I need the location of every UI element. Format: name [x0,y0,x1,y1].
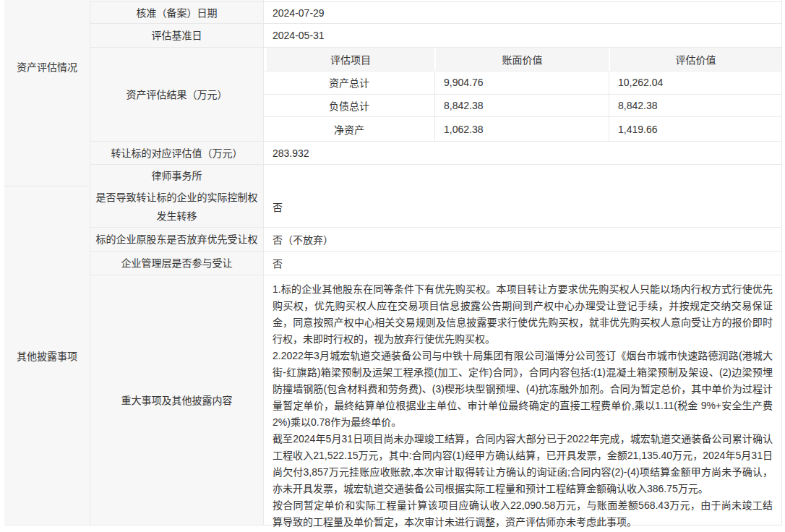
valuation-appraised-value: 1,419.66 [609,117,781,141]
disclosure-paragraph: 按合同暂定单价和实际工程量计算该项目应确认收入22,090.58万元，与账面差额… [273,497,773,531]
field-label-waive-preemptive-right: 标的企业原股东是否放弃优先受让权 [90,228,264,251]
table-row-valuation-base-date: 评估基准日 2024-05-31 [90,24,781,48]
field-value-waive-preemptive-right: 否（不放弃） [264,228,781,251]
table-row-major-matters: 重大事项及其他披露内容 1.标的企业其他股东在同等条件下有优先购买权。本项目转让… [90,275,781,525]
disclosure-paragraph: 2.2022年3月城宏轨道交通装备公司与中铁十局集团有限公司淄博分公司签订《烟台… [273,348,773,431]
group-label-other-disclosures: 其他披露事项 [4,186,90,525]
field-label-approval-date: 核准（备案）日期 [90,2,264,23]
group-label-asset-valuation: 资产评估情况 [4,0,90,186]
field-value-target-appraised-value: 283.932 [264,142,781,164]
disclosure-paragraph: 1.标的企业其他股东在同等条件下有优先购买权。本项目转让方要求优先购买权人只能以… [273,281,773,348]
valuation-book-value: 9,904.76 [434,72,609,94]
field-label-valuation-result: 资产评估结果（万元） [90,48,264,141]
valuation-book-value: 8,842.38 [434,95,609,117]
valuation-appraised-value: 8,842.38 [609,95,781,117]
group-asset-valuation-rows: 核准（备案）日期 2024-07-29 评估基准日 2024-05-31 资产评… [90,0,781,186]
table-row-law-firm: 律师事务所 [90,165,781,186]
group-other-disclosures-rows: 是否导致转让标的企业的实际控制权发生转移 否 标的企业原股东是否放弃优先受让权 … [90,186,781,525]
table-row-approval-date: 核准（备案）日期 2024-07-29 [90,2,781,24]
valuation-header-appraised-value: 评估价值 [609,48,781,71]
table-row-valuation-result: 资产评估结果（万元） 评估项目 账面价值 评估价值 资产总计 9,904.76 [90,48,781,142]
field-value-valuation-base-date: 2024-05-31 [264,24,781,47]
field-label-valuation-base-date: 评估基准日 [90,24,264,47]
field-value-management-participation: 否 [264,252,781,275]
valuation-appraised-value: 10,262.04 [609,72,781,94]
cutoff-value-cell [264,0,781,1]
field-label-major-matters: 重大事项及其他披露内容 [90,275,264,525]
valuation-row-total-liabilities: 负债总计 8,842.38 8,842.38 [264,95,781,118]
field-value-major-matters: 1.标的企业其他股东在同等条件下有优先购买权。本项目转让方要求优先购买权人只能以… [264,275,781,525]
table-row-management-participation: 企业管理层是否参与受让 否 [90,252,781,275]
disclosure-page: 资产评估情况 核准（备案）日期 2024-07-29 评估基准日 2024-05… [0,0,785,532]
valuation-row-total-assets: 资产总计 9,904.76 10,262.04 [264,72,781,95]
field-label-management-participation: 企业管理层是否参与受让 [90,252,264,275]
valuation-book-value: 1,062.38 [434,117,609,141]
field-label-law-firm: 律师事务所 [90,165,264,186]
table-row-control-transfer: 是否导致转让标的企业的实际控制权发生转移 否 [90,186,781,228]
field-label-target-appraised-value: 转让标的对应评估值（万元） [90,142,264,164]
valuation-header-item: 评估项目 [264,48,434,71]
field-value-control-transfer: 否 [264,186,781,227]
field-value-approval-date: 2024-07-29 [264,2,781,23]
valuation-item-label: 负债总计 [264,95,434,117]
valuation-table: 评估项目 账面价值 评估价值 资产总计 9,904.76 10,262.04 负… [264,48,781,141]
valuation-result-cell: 评估项目 账面价值 评估价值 资产总计 9,904.76 10,262.04 负… [264,48,781,141]
disclosure-table: 资产评估情况 核准（备案）日期 2024-07-29 评估基准日 2024-05… [4,0,782,525]
valuation-item-label: 资产总计 [264,72,434,94]
disclosure-paragraph: 截至2024年5月31日项目尚未办理竣工结算，合同内容大部分已于2022年完成，… [273,431,773,497]
group-other-disclosures: 其他披露事项 是否导致转让标的企业的实际控制权发生转移 否 标的企业原股东是否放… [4,186,781,525]
valuation-header-book-value: 账面价值 [434,48,609,71]
group-asset-valuation: 资产评估情况 核准（备案）日期 2024-07-29 评估基准日 2024-05… [4,0,781,186]
valuation-row-net-assets: 净资产 1,062.38 1,419.66 [264,117,781,141]
valuation-table-header-row: 评估项目 账面价值 评估价值 [264,48,781,72]
field-value-law-firm [264,165,781,186]
valuation-item-label: 净资产 [264,117,434,141]
cutoff-label-cell [90,0,264,1]
table-row-target-appraised-value: 转让标的对应评估值（万元） 283.932 [90,142,781,165]
table-row-waive-preemptive-right: 标的企业原股东是否放弃优先受让权 否（不放弃） [90,228,781,252]
field-label-control-transfer: 是否导致转让标的企业的实际控制权发生转移 [90,186,264,227]
